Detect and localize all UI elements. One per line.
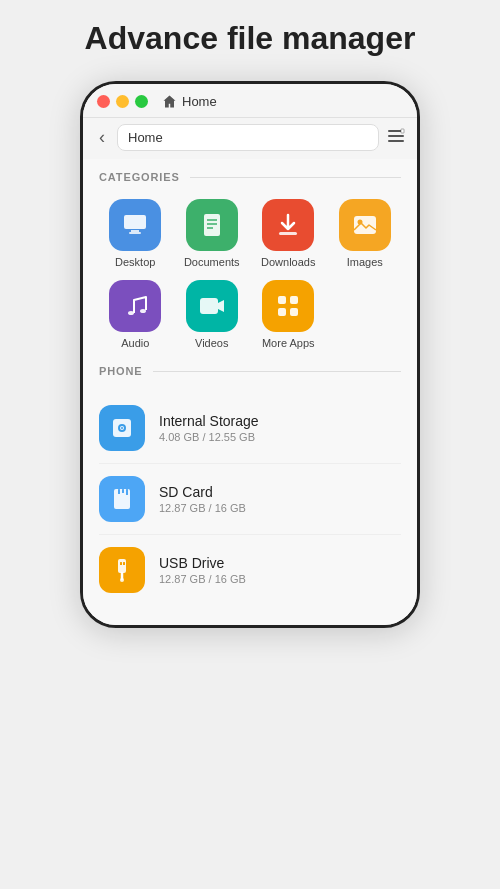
svg-rect-28 — [126, 489, 128, 495]
category-icon-audio — [109, 280, 161, 332]
category-icon-videos — [186, 280, 238, 332]
svg-point-24 — [121, 427, 123, 429]
storage-info-sd-card: SD Card 12.87 GB / 16 GB — [159, 484, 246, 514]
category-grid: Desktop Documents Downloads Images Audio… — [99, 199, 401, 349]
category-icon-desktop — [109, 199, 161, 251]
svg-point-32 — [120, 578, 124, 582]
svg-rect-17 — [200, 298, 218, 314]
storage-item-usb-drive[interactable]: USB Drive 12.87 GB / 16 GB — [99, 535, 401, 605]
storage-info-internal-storage: Internal Storage 4.08 GB / 12.55 GB — [159, 413, 259, 443]
phone-frame: Home ‹ Home CATEGORIES Desktop — [80, 81, 420, 628]
category-item-documents[interactable]: Documents — [176, 199, 249, 268]
svg-rect-8 — [204, 214, 220, 236]
svg-rect-18 — [278, 296, 286, 304]
category-item-downloads[interactable]: Downloads — [252, 199, 325, 268]
svg-rect-31 — [123, 562, 125, 565]
categories-label: CATEGORIES — [99, 171, 180, 183]
svg-rect-26 — [118, 489, 120, 494]
svg-rect-7 — [129, 232, 141, 234]
window-home-label: Home — [182, 94, 217, 109]
category-label-videos: Videos — [195, 337, 228, 349]
category-item-videos[interactable]: Videos — [176, 280, 249, 349]
window-title: Home — [162, 94, 217, 109]
storage-size-internal-storage: 4.08 GB / 12.55 GB — [159, 431, 259, 443]
phone-section: PHONE Internal Storage 4.08 GB / 12.55 G… — [99, 365, 401, 605]
category-icon-documents — [186, 199, 238, 251]
category-label-images: Images — [347, 256, 383, 268]
svg-rect-19 — [290, 296, 298, 304]
storage-item-sd-card[interactable]: SD Card 12.87 GB / 16 GB — [99, 464, 401, 535]
category-label-documents: Documents — [184, 256, 240, 268]
address-row: ‹ Home — [83, 118, 417, 159]
storage-name-internal-storage: Internal Storage — [159, 413, 259, 429]
storage-size-sd-card: 12.87 GB / 16 GB — [159, 502, 246, 514]
phone-divider — [153, 371, 401, 372]
storage-list: Internal Storage 4.08 GB / 12.55 GB SD C… — [99, 393, 401, 605]
svg-rect-3 — [401, 129, 404, 133]
home-icon — [162, 94, 177, 109]
storage-icon-sd-card — [99, 476, 145, 522]
content-area: CATEGORIES Desktop Documents Downloads I… — [83, 159, 417, 625]
categories-section-header: CATEGORIES — [99, 171, 401, 183]
category-item-more-apps[interactable]: More Apps — [252, 280, 325, 349]
category-label-audio: Audio — [121, 337, 149, 349]
storage-icon-usb-drive — [99, 547, 145, 593]
categories-divider — [190, 177, 401, 178]
category-icon-images — [339, 199, 391, 251]
back-button[interactable]: ‹ — [95, 125, 109, 150]
list-view-icon[interactable] — [387, 127, 405, 149]
svg-rect-29 — [118, 559, 126, 573]
category-item-desktop[interactable]: Desktop — [99, 199, 172, 268]
svg-rect-6 — [131, 230, 139, 232]
svg-rect-21 — [290, 308, 298, 316]
storage-name-sd-card: SD Card — [159, 484, 246, 500]
svg-rect-13 — [354, 216, 376, 234]
page-title: Advance file manager — [85, 20, 416, 57]
svg-rect-12 — [279, 232, 297, 235]
storage-item-internal-storage[interactable]: Internal Storage 4.08 GB / 12.55 GB — [99, 393, 401, 464]
phone-section-header: PHONE — [99, 365, 401, 377]
svg-rect-20 — [278, 308, 286, 316]
svg-rect-4 — [124, 215, 146, 229]
storage-info-usb-drive: USB Drive 12.87 GB / 16 GB — [159, 555, 246, 585]
traffic-light-yellow[interactable] — [116, 95, 129, 108]
storage-name-usb-drive: USB Drive — [159, 555, 246, 571]
traffic-light-green[interactable] — [135, 95, 148, 108]
category-icon-more-apps — [262, 280, 314, 332]
category-label-downloads: Downloads — [261, 256, 315, 268]
svg-rect-1 — [388, 135, 404, 137]
window-bar: Home — [83, 84, 417, 118]
phone-label: PHONE — [99, 365, 143, 377]
svg-rect-2 — [388, 140, 404, 142]
category-label-more-apps: More Apps — [262, 337, 315, 349]
traffic-light-red[interactable] — [97, 95, 110, 108]
storage-size-usb-drive: 12.87 GB / 16 GB — [159, 573, 246, 585]
category-item-images[interactable]: Images — [329, 199, 402, 268]
storage-icon-internal-storage — [99, 405, 145, 451]
category-label-desktop: Desktop — [115, 256, 155, 268]
category-icon-downloads — [262, 199, 314, 251]
svg-rect-30 — [120, 562, 122, 565]
category-item-audio[interactable]: Audio — [99, 280, 172, 349]
svg-rect-27 — [122, 489, 124, 493]
address-input[interactable]: Home — [117, 124, 379, 151]
